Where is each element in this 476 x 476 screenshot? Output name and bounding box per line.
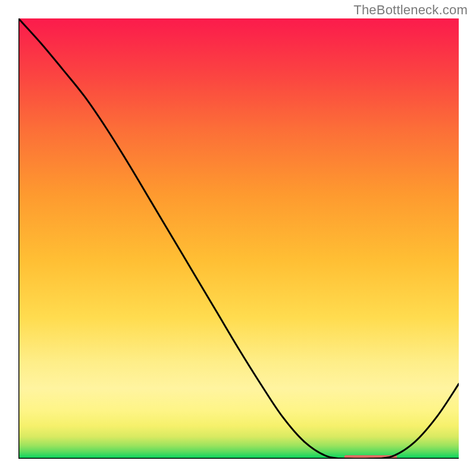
gradient-background [18,18,459,459]
plot-area [18,18,459,459]
watermark-text: TheBottleneck.com [353,2,468,18]
bottleneck-chart [18,18,459,459]
chart-frame: TheBottleneck.com [0,0,476,476]
